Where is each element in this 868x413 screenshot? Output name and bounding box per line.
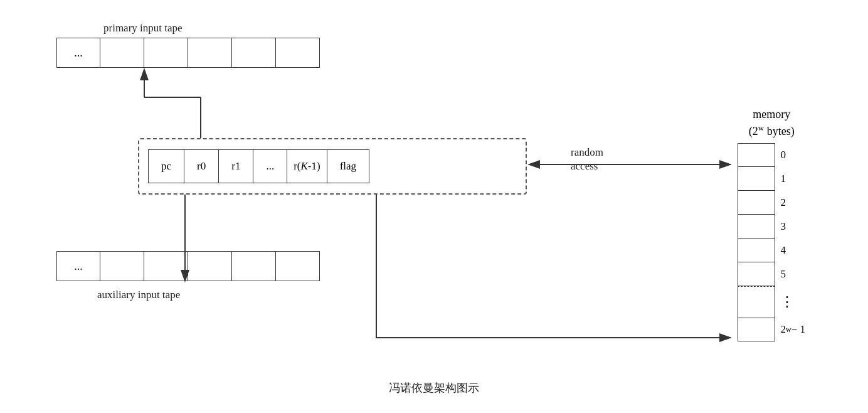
aux-tape: ... [56, 251, 320, 281]
mem-cell-5 [738, 262, 775, 286]
mem-label-3: 3 [780, 215, 805, 239]
mem-cell-0 [738, 143, 775, 167]
reg-pc: pc [148, 149, 184, 183]
tape-cell: ... [56, 251, 100, 281]
mem-label-5: 5 [780, 262, 805, 286]
reg-flag: flag [327, 149, 369, 183]
memory-labels: 0 1 2 3 4 5 ⋮ 2w − 1 [780, 143, 805, 341]
mem-label-1: 1 [780, 167, 805, 191]
memory-column: memory(2w bytes) 0 1 2 3 4 5 ⋮ 2w [738, 107, 805, 341]
tape-cell [232, 251, 276, 281]
caption: 冯诺依曼架构图示 [389, 380, 479, 395]
mem-cell-3 [738, 215, 775, 239]
tape-cell [144, 38, 188, 68]
tape-cell [188, 38, 232, 68]
register-box: pc r0 r1 ... r(K-1) flag [138, 138, 527, 195]
tape-cell [276, 38, 320, 68]
mem-label-0: 0 [780, 143, 805, 167]
diagram-container: primary input tape ... auxiliary input t… [0, 0, 868, 413]
mem-label-dots: ⋮ [780, 286, 805, 318]
tape-cell [188, 251, 232, 281]
svg-text:access: access [571, 160, 598, 172]
memory-header: memory(2w bytes) [738, 107, 805, 139]
mem-cell-2 [738, 191, 775, 215]
primary-tape: ... [56, 38, 320, 68]
mem-cell-last [738, 318, 775, 341]
mem-cell-dots [738, 286, 775, 318]
tape-cell [276, 251, 320, 281]
tape-cell [100, 251, 144, 281]
mem-label-4: 4 [780, 239, 805, 262]
reg-rk: r(K-1) [287, 149, 327, 183]
mem-cell-1 [738, 167, 775, 191]
tape-cell: ... [56, 38, 100, 68]
tape-cell [232, 38, 276, 68]
primary-tape-label: primary input tape [103, 22, 183, 35]
mem-label-last: 2w − 1 [780, 318, 805, 341]
tape-cell [100, 38, 144, 68]
aux-tape-label: auxiliary input tape [97, 289, 180, 301]
tape-cell [144, 251, 188, 281]
mem-label-2: 2 [780, 191, 805, 215]
memory-cells [738, 143, 775, 341]
reg-dots: ... [253, 149, 287, 183]
reg-r1: r1 [219, 149, 253, 183]
reg-r0: r0 [184, 149, 219, 183]
mem-cell-4 [738, 239, 775, 262]
svg-text:random: random [571, 146, 603, 158]
